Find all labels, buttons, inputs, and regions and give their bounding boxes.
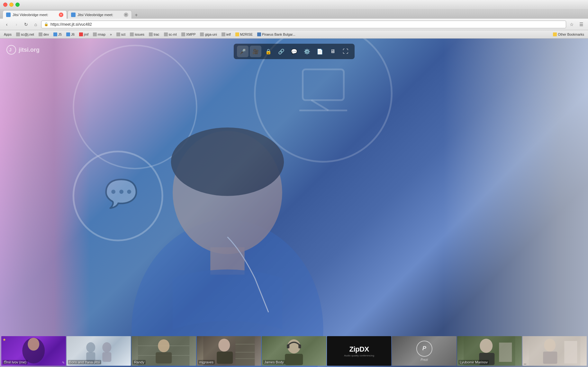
emiliv-star: ★ [3, 337, 6, 342]
bookmark-piraeus-label: Piraeus Bank Bulgar... [262, 32, 295, 36]
unknown-video-art [522, 336, 587, 366]
bookmark-apps[interactable]: Apps [2, 31, 14, 38]
bookmark-gigauni[interactable]: giga-uni [198, 31, 219, 38]
tab-1[interactable]: Jitsi Videobridge meet: ✕ [3, 10, 67, 19]
mic-button[interactable]: 🎤 [237, 46, 249, 57]
bookmark-rmap-label: rmap [98, 32, 105, 36]
bookmark-m2rise[interactable]: M2RISE [233, 31, 255, 38]
screen-share-icon: 🖥 [330, 49, 335, 54]
thumbnail-unknown[interactable] [522, 336, 587, 366]
browser-chrome: Jitsi Videobridge meet: ✕ Jitsi Videobri… [0, 0, 588, 39]
thumbnail-boris[interactable]: Boris and Yana Jitsi [67, 336, 131, 366]
bookmark-other[interactable]: Other Bookmarks [551, 31, 586, 38]
bookmark-scml[interactable]: sc-ml [162, 31, 179, 38]
svg-rect-32 [287, 345, 290, 348]
bookmark-j6-icon [66, 32, 70, 36]
lock-button[interactable]: 🔒 [263, 46, 274, 57]
title-bar [0, 0, 588, 9]
tab-1-favicon [6, 13, 11, 17]
svg-point-15 [86, 342, 95, 353]
svg-rect-42 [543, 352, 557, 364]
maximize-window-button[interactable] [15, 3, 20, 7]
bookmark-m2rise-icon [235, 32, 239, 36]
settings-button[interactable]: ☰ [577, 21, 585, 28]
prezi-p-letter: P [422, 345, 426, 352]
fullscreen-button[interactable]: ⛶ [340, 46, 351, 57]
tab-2[interactable]: Jitsi Videobridge meet: ✕ [68, 10, 132, 19]
back-button[interactable]: ‹ [3, 21, 11, 28]
main-video[interactable]: 💬 J jitsi.org [0, 39, 588, 367]
bookmark-button[interactable]: ☆ [567, 21, 576, 28]
thumbnail-randy[interactable]: Randy [131, 336, 196, 366]
bottom-left-status: 🎤 [3, 360, 7, 364]
home-button[interactable]: ⌂ [32, 21, 40, 28]
tab-2-close-button[interactable]: ✕ [124, 13, 128, 17]
camera-button[interactable]: 🎥 [250, 46, 261, 57]
thumbnail-mjgraves[interactable]: mjgraves [197, 336, 261, 366]
link-button[interactable]: 🔗 [276, 46, 287, 57]
thumbnail-jamesbody[interactable]: James Body [262, 336, 326, 366]
bookmark-j6[interactable]: J6 [64, 31, 77, 38]
traffic-lights [3, 3, 20, 7]
unknown-label [524, 364, 526, 364]
thumbnail-lyubomir[interactable]: Lyubomir Marinov [457, 336, 522, 366]
bookmark-issues[interactable]: issues [128, 31, 146, 38]
bookmark-scml-icon [164, 32, 168, 36]
forward-button[interactable]: › [12, 21, 21, 28]
new-tab-button[interactable]: + [132, 12, 140, 19]
zipdx-logo-text: ZipDX [344, 345, 374, 354]
svg-rect-25 [235, 336, 255, 366]
bookmark-other-icon [553, 32, 557, 36]
bookmark-piraeus[interactable]: Piraeus Bank Bulgar... [255, 31, 297, 38]
bookmark-arrows[interactable]: » [108, 31, 114, 38]
jitsi-background-art: 💬 [0, 39, 588, 367]
randy-label: Randy [133, 360, 146, 364]
bookmark-rmap[interactable]: rmap [91, 31, 107, 38]
bookmark-issues-label: issues [135, 32, 144, 36]
bookmark-scjnet-icon [16, 32, 20, 36]
svg-point-37 [480, 339, 493, 353]
dial-button[interactable]: ⚙️ [301, 46, 313, 57]
bookmark-sct[interactable]: sct [114, 31, 127, 38]
thumbnail-zipdx[interactable]: ZipDX Audio quality conferencing [327, 336, 392, 366]
bookmark-xmpp-label: XMPP [186, 32, 196, 36]
tab-2-favicon [71, 13, 76, 17]
bookmark-scjnet[interactable]: sc@j.net [14, 31, 36, 38]
screen-share-button[interactable]: 🖥 [327, 46, 339, 57]
doc-button[interactable]: 📄 [314, 46, 326, 57]
jitsi-logo-icon: J [6, 45, 16, 55]
bookmark-jmf[interactable]: jmf [77, 31, 90, 38]
bookmark-j5-label: J5 [58, 32, 62, 36]
reload-button[interactable]: ↻ [22, 21, 30, 28]
bookmark-jmf-icon [79, 32, 83, 36]
tab-1-close-button[interactable]: ✕ [59, 13, 63, 17]
bookmark-m2rise-label: M2RISE [240, 32, 253, 36]
bookmark-trac[interactable]: trac [147, 31, 161, 38]
bookmark-arrows-label: » [110, 32, 112, 36]
chat-icon: 💬 [291, 49, 297, 55]
tab-2-title: Jitsi Videobridge meet: [77, 13, 122, 17]
emiliv-mic-status: ✎ [62, 361, 65, 364]
svg-text:💬: 💬 [104, 177, 139, 210]
thumbnail-prezi[interactable]: P Prezi [392, 336, 457, 366]
minimize-window-button[interactable] [9, 3, 14, 7]
bookmark-ietf[interactable]: ietf [220, 31, 233, 38]
chat-button[interactable]: 💬 [288, 46, 300, 57]
svg-text:J: J [9, 47, 12, 52]
svg-rect-30 [217, 352, 233, 364]
bookmark-trac-label: trac [154, 32, 159, 36]
bookmark-xmpp-icon [181, 32, 185, 36]
thumbnail-emiliv[interactable]: ★ Emil Ivov (me) ✎ [1, 336, 66, 366]
svg-rect-4 [303, 69, 344, 100]
close-window-button[interactable] [3, 3, 7, 7]
bookmark-scml-label: sc-ml [169, 32, 177, 36]
bookmark-j5[interactable]: J5 [51, 31, 64, 38]
address-bar[interactable]: 🔒 https://meet.jit.si/vuc482 [41, 21, 566, 28]
bookmark-piraeus-icon [257, 32, 261, 36]
bookmark-dev-icon [39, 32, 42, 36]
dial-icon: ⚙️ [304, 49, 310, 55]
bookmark-xmpp[interactable]: XMPP [179, 31, 198, 38]
bookmark-dev[interactable]: dev [37, 31, 51, 38]
jamesbody-label: James Body [263, 360, 285, 364]
svg-rect-18 [102, 352, 111, 362]
